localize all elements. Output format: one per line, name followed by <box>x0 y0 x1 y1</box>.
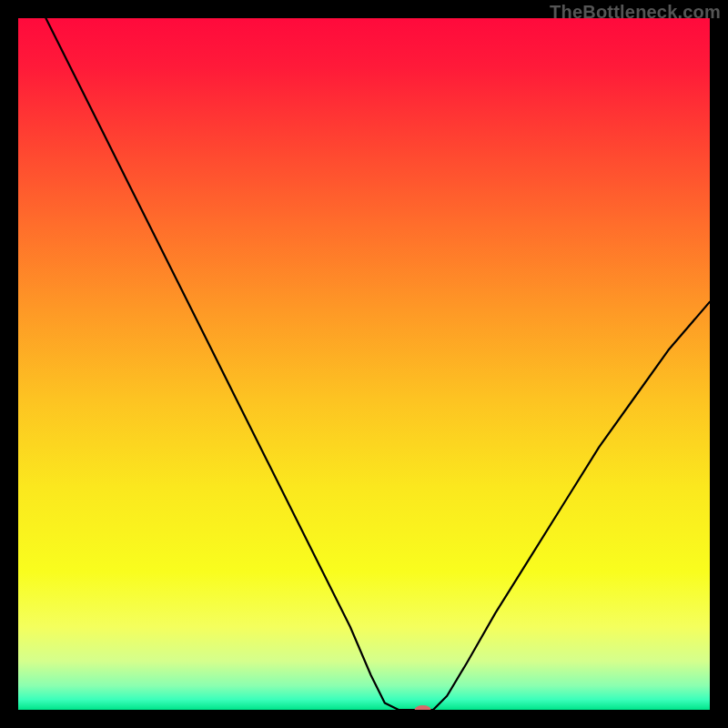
bottleneck-chart <box>18 18 710 710</box>
chart-stage: TheBottleneck.com <box>0 0 728 728</box>
watermark-text: TheBottleneck.com <box>550 2 721 23</box>
plot-background <box>18 18 710 710</box>
